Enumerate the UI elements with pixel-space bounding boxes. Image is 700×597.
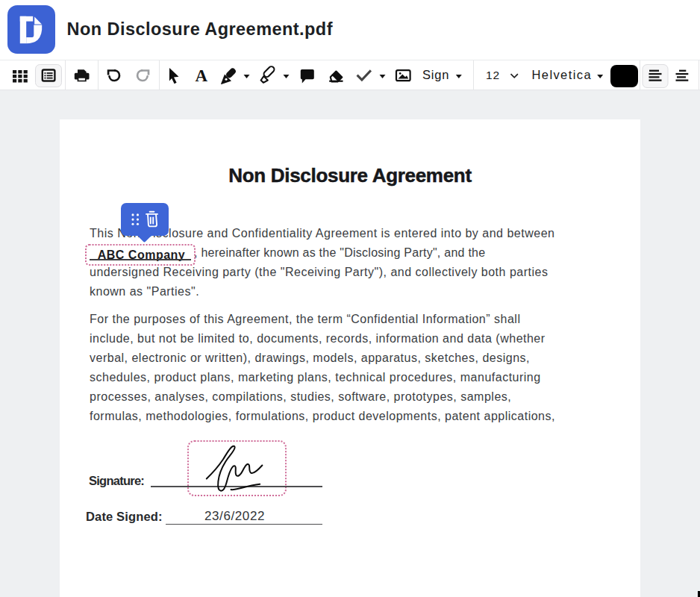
svg-text:Helvetica: Helvetica	[532, 68, 592, 81]
svg-text:12: 12	[486, 69, 500, 81]
svg-text:A: A	[196, 66, 208, 85]
svg-text:Sign: Sign	[422, 68, 449, 81]
